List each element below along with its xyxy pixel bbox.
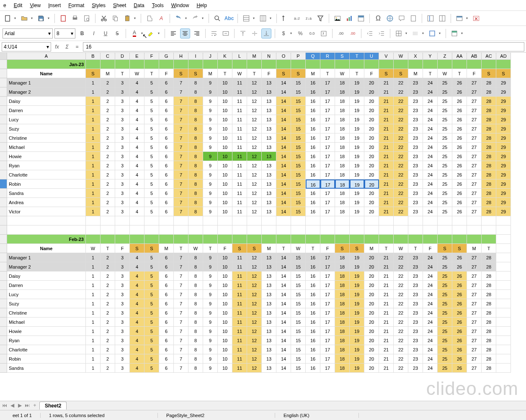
empty-cell[interactable] bbox=[482, 216, 496, 225]
row-header[interactable] bbox=[0, 299, 7, 308]
underline-button[interactable]: U bbox=[101, 28, 111, 38]
data-cell[interactable]: 6 bbox=[159, 143, 174, 152]
data-cell[interactable]: 6 bbox=[159, 290, 174, 299]
data-cell[interactable]: 27 bbox=[467, 97, 482, 106]
tab-first-icon[interactable]: ⏮ bbox=[2, 402, 8, 409]
data-cell[interactable]: 4 bbox=[130, 345, 144, 354]
data-cell[interactable]: 14 bbox=[276, 299, 291, 308]
data-cell[interactable]: 24 bbox=[423, 152, 438, 161]
sort-za-icon[interactable]: z↓a bbox=[304, 13, 314, 23]
data-cell[interactable]: 18 bbox=[335, 207, 350, 216]
data-cell[interactable]: 17 bbox=[320, 78, 335, 87]
data-cell[interactable]: 16 bbox=[306, 308, 320, 318]
data-cell[interactable]: 10 bbox=[218, 170, 232, 179]
data-cell[interactable]: 21 bbox=[379, 189, 394, 198]
data-cell[interactable]: 10 bbox=[218, 179, 232, 189]
data-cell[interactable]: 23 bbox=[408, 115, 423, 124]
data-cell[interactable]: 19 bbox=[350, 106, 364, 115]
column-header[interactable]: M bbox=[247, 53, 262, 60]
data-cell[interactable]: 3 bbox=[115, 179, 130, 189]
data-cell[interactable]: 16 bbox=[306, 78, 320, 87]
data-cell[interactable]: 27 bbox=[467, 364, 482, 373]
data-cell[interactable]: 15 bbox=[291, 143, 306, 152]
data-cell[interactable]: 3 bbox=[115, 133, 130, 143]
data-cell[interactable]: 13 bbox=[262, 262, 276, 271]
column-header[interactable]: AD bbox=[496, 53, 511, 60]
data-cell[interactable]: 28 bbox=[482, 170, 496, 179]
data-cell[interactable]: 28 bbox=[482, 308, 496, 318]
data-cell[interactable]: 4 bbox=[130, 327, 144, 336]
data-cell[interactable]: 5 bbox=[144, 253, 159, 262]
data-cell[interactable]: 28 bbox=[482, 262, 496, 271]
data-cell[interactable]: 10 bbox=[218, 299, 232, 308]
data-cell[interactable]: 20 bbox=[364, 115, 379, 124]
data-cell[interactable]: 22 bbox=[394, 87, 408, 97]
data-cell[interactable]: 1 bbox=[86, 345, 101, 354]
row-header[interactable] bbox=[0, 161, 7, 170]
data-cell[interactable]: 12 bbox=[247, 345, 262, 354]
data-cell[interactable]: 5 bbox=[144, 87, 159, 97]
data-cell[interactable]: 21 bbox=[379, 308, 394, 318]
data-cell[interactable]: 28 bbox=[482, 299, 496, 308]
data-cell[interactable]: 10 bbox=[218, 143, 232, 152]
data-cell[interactable]: 7 bbox=[174, 189, 188, 198]
empty-cell[interactable] bbox=[7, 216, 86, 225]
empty-cell[interactable] bbox=[496, 290, 511, 299]
empty-cell[interactable] bbox=[174, 216, 188, 225]
data-cell[interactable]: 18 bbox=[335, 336, 350, 345]
data-cell[interactable]: 5 bbox=[144, 290, 159, 299]
data-cell[interactable]: 22 bbox=[394, 345, 408, 354]
data-cell[interactable]: 24 bbox=[423, 281, 438, 290]
data-cell[interactable]: 23 bbox=[408, 271, 423, 281]
data-cell[interactable]: 14 bbox=[276, 97, 291, 106]
data-cell[interactable]: 11 bbox=[232, 281, 247, 290]
data-cell[interactable]: 24 bbox=[423, 106, 438, 115]
data-cell[interactable]: 5 bbox=[144, 179, 159, 189]
data-cell[interactable]: 7 bbox=[174, 253, 188, 262]
data-cell[interactable]: 21 bbox=[379, 281, 394, 290]
column-header[interactable]: O bbox=[276, 53, 291, 60]
data-cell[interactable]: 25 bbox=[438, 253, 452, 262]
data-cell[interactable]: 7 bbox=[174, 271, 188, 281]
data-cell[interactable]: 19 bbox=[350, 345, 364, 354]
empty-cell[interactable] bbox=[496, 225, 511, 235]
data-cell[interactable]: 16 bbox=[306, 133, 320, 143]
data-cell[interactable]: 2 bbox=[101, 207, 115, 216]
data-cell[interactable]: 20 bbox=[364, 318, 379, 327]
empty-cell[interactable] bbox=[203, 225, 218, 235]
data-cell[interactable]: 18 bbox=[335, 290, 350, 299]
data-cell[interactable]: 15 bbox=[291, 308, 306, 318]
sort-az-icon[interactable]: a↓z bbox=[292, 13, 302, 23]
data-cell[interactable]: 29 bbox=[496, 115, 511, 124]
data-cell[interactable]: 3 bbox=[115, 97, 130, 106]
data-cell[interactable]: 28 bbox=[482, 364, 496, 373]
data-cell[interactable]: 7 bbox=[174, 124, 188, 133]
data-cell[interactable]: 23 bbox=[408, 179, 423, 189]
data-cell[interactable]: 25 bbox=[438, 308, 452, 318]
image-icon[interactable] bbox=[333, 13, 343, 23]
data-cell[interactable]: 5 bbox=[144, 143, 159, 152]
data-cell[interactable]: 4 bbox=[130, 87, 144, 97]
data-cell[interactable]: 23 bbox=[408, 336, 423, 345]
data-cell[interactable]: 7 bbox=[174, 290, 188, 299]
data-cell[interactable]: 10 bbox=[218, 327, 232, 336]
data-cell[interactable]: 3 bbox=[115, 336, 130, 345]
empty-cell[interactable] bbox=[379, 225, 394, 235]
empty-cell[interactable] bbox=[291, 225, 306, 235]
column-header[interactable]: U bbox=[364, 53, 379, 60]
row-header[interactable] bbox=[0, 106, 7, 115]
data-cell[interactable]: 26 bbox=[452, 87, 467, 97]
data-cell[interactable]: 22 bbox=[394, 170, 408, 179]
borders-icon[interactable] bbox=[394, 28, 404, 38]
data-cell[interactable]: 8 bbox=[188, 179, 203, 189]
row-header[interactable] bbox=[0, 124, 7, 133]
data-cell[interactable]: 13 bbox=[262, 189, 276, 198]
data-cell[interactable]: 12 bbox=[247, 97, 262, 106]
row-header[interactable] bbox=[0, 69, 7, 78]
data-cell[interactable]: 2 bbox=[101, 345, 115, 354]
data-cell[interactable]: 1 bbox=[86, 161, 101, 170]
data-cell[interactable]: 23 bbox=[408, 364, 423, 373]
row-header[interactable] bbox=[0, 152, 7, 161]
data-cell[interactable]: 5 bbox=[144, 364, 159, 373]
data-cell[interactable]: 13 bbox=[262, 161, 276, 170]
